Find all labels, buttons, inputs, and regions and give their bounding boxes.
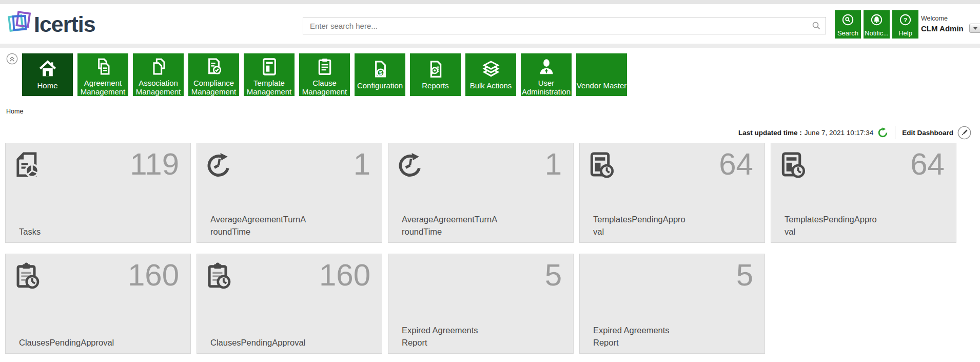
bulk-actions-layers-icon <box>481 56 501 80</box>
collapse-nav-button[interactable] <box>6 53 18 65</box>
notifications-button-label: Notific... <box>865 29 889 37</box>
nav-tile-label: Association Management <box>133 79 184 96</box>
nav-tile-label: Home <box>22 81 73 90</box>
top-strip <box>0 0 980 4</box>
chevrons-up-icon <box>6 59 18 66</box>
nav-tile-home[interactable]: Home <box>22 53 73 96</box>
reports-magnifier-doc-icon <box>425 56 446 80</box>
logo-text: Icertis <box>34 12 95 37</box>
tile-label: Tasks <box>19 225 41 238</box>
nav-tile-compliance-management[interactable]: Compliance Management <box>188 53 239 96</box>
search-button[interactable]: Search <box>835 10 861 39</box>
tile-value: 64 <box>910 146 945 182</box>
global-search <box>303 17 826 34</box>
tile-label: ClausesPendingApproval <box>19 336 114 349</box>
main-nav: Home Agreement Management Association Ma… <box>22 53 627 96</box>
search-circle-icon <box>841 13 855 28</box>
question-icon: ? <box>898 13 912 28</box>
tile-label: AverageAgreementTurnAroundTime <box>402 213 497 238</box>
edit-dashboard-label[interactable]: Edit Dashboard <box>902 129 953 137</box>
dashboard-tile-clauses-pending-approval-1[interactable]: 160 ClausesPendingApproval <box>5 254 191 354</box>
dashboard-meta: Last updated time : June 7, 2021 10:17:3… <box>738 124 971 141</box>
user-icon <box>536 56 557 77</box>
search-input[interactable] <box>303 17 826 34</box>
breadcrumb-home[interactable]: Home <box>6 108 23 115</box>
svg-text:?: ? <box>904 16 907 24</box>
tile-value: 1 <box>545 146 562 182</box>
clock-refresh-icon <box>397 152 423 181</box>
last-updated-value: June 7, 2021 10:17:34 <box>805 129 873 137</box>
tile-label: ClausesPendingApproval <box>210 336 305 349</box>
search-button-label: Search <box>837 29 858 37</box>
tile-value: 5 <box>736 257 753 293</box>
nav-tile-label: Template Management <box>244 79 295 96</box>
nav-tile-label: Compliance Management <box>188 79 239 96</box>
dashboard-tile-templates-pending-approval-2[interactable]: 64 TemplatesPendingApproval <box>771 143 956 243</box>
nav-tile-reports[interactable]: Reports <box>410 53 461 96</box>
template-icon <box>259 56 280 77</box>
header-divider <box>0 44 980 48</box>
pencil-icon[interactable] <box>957 126 971 140</box>
last-updated-label: Last updated time : <box>738 129 802 137</box>
configuration-dollar-doc-icon: $ <box>370 56 390 80</box>
tile-label: TemplatesPendingApproval <box>785 213 877 238</box>
nav-tile-label: Bulk Actions <box>465 81 516 90</box>
nav-tile-label: Configuration <box>355 81 405 90</box>
tile-label: Expired AgreementsReport <box>402 324 478 349</box>
clipboard-clock-icon <box>12 261 42 293</box>
header-actions: Search Notific... ? Help <box>835 10 918 39</box>
welcome-block: Welcome CLM Admin <box>921 15 980 33</box>
dashboard-tile-expired-agreements-report-2[interactable]: 5 Expired AgreementsReport <box>579 254 765 354</box>
tile-value: 5 <box>545 257 562 293</box>
breadcrumb: Home <box>6 108 23 115</box>
tile-value: 64 <box>719 146 753 182</box>
template-clock-icon <box>586 150 616 182</box>
association-docs-icon <box>148 56 169 77</box>
dashboard-tile-templates-pending-approval-1[interactable]: 64 TemplatesPendingApproval <box>579 143 765 243</box>
refresh-icon[interactable] <box>877 127 888 138</box>
tile-label: AverageAgreementTurnAroundTime <box>210 213 306 238</box>
dashboard-tile-avg-agreement-turnaround-1[interactable]: 1 AverageAgreementTurnAroundTime <box>197 143 382 243</box>
nav-tile-configuration[interactable]: $ Configuration <box>355 53 405 96</box>
tile-value: 160 <box>128 257 179 293</box>
bell-icon <box>870 13 884 28</box>
tile-value: 119 <box>130 146 179 182</box>
tile-value: 1 <box>354 146 370 182</box>
icertis-logo: Icertis <box>7 10 95 38</box>
user-menu-button[interactable] <box>969 24 980 33</box>
tile-label: TemplatesPendingApproval <box>593 213 685 238</box>
nav-tile-label: Reports <box>410 81 461 90</box>
nav-tile-label: Vendor Master <box>576 81 627 90</box>
nav-tile-vendor-master[interactable]: Vendor Master <box>576 53 627 96</box>
nav-tile-bulk-actions[interactable]: Bulk Actions <box>465 53 516 96</box>
nav-tile-user-administration[interactable]: User Administration <box>521 53 572 96</box>
document-pie-icon <box>12 150 42 182</box>
clause-clipboard-icon <box>315 56 335 77</box>
notifications-button[interactable]: Notific... <box>864 10 890 39</box>
nav-tile-template-management[interactable]: Template Management <box>244 53 295 96</box>
nav-tile-agreement-management[interactable]: Agreement Management <box>77 53 128 96</box>
welcome-label: Welcome <box>921 15 980 22</box>
dashboard-tile-expired-agreements-report-1[interactable]: 5 Expired AgreementsReport <box>388 254 574 354</box>
svg-text:$: $ <box>379 69 382 76</box>
icertis-logo-icon <box>7 10 33 38</box>
tile-value: 160 <box>319 257 370 293</box>
user-name: CLM Admin <box>921 24 964 33</box>
header: Icertis Search <box>0 4 980 44</box>
agreement-docs-icon <box>93 56 113 77</box>
compliance-check-doc-icon <box>204 56 224 77</box>
dashboard-tile-clauses-pending-approval-2[interactable]: 160 ClausesPendingApproval <box>197 254 382 354</box>
tile-label: Expired AgreementsReport <box>593 324 670 349</box>
dashboard-tile-avg-agreement-turnaround-2[interactable]: 1 AverageAgreementTurnAroundTime <box>388 143 574 243</box>
clock-refresh-icon <box>205 152 232 181</box>
chevron-down-icon <box>973 27 977 30</box>
dashboard-grid: 119 Tasks 1 AverageAgreementTurnAroundTi… <box>5 143 956 354</box>
magnifier-icon[interactable] <box>811 21 821 31</box>
dashboard-tile-tasks[interactable]: 119 Tasks <box>5 143 191 243</box>
nav-tile-label: Clause Management <box>299 79 350 96</box>
help-button[interactable]: ? Help <box>892 10 918 39</box>
template-clock-icon <box>777 150 807 182</box>
nav-tile-association-management[interactable]: Association Management <box>133 53 184 96</box>
nav-tile-clause-management[interactable]: Clause Management <box>299 53 350 96</box>
nav-tile-label: Agreement Management <box>77 79 128 96</box>
